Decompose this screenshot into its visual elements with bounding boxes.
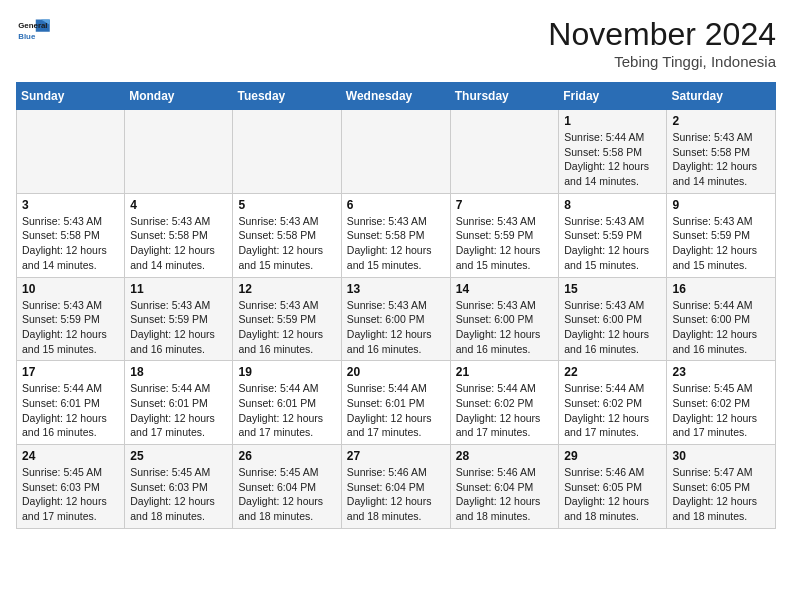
calendar-cell: 13Sunrise: 5:43 AM Sunset: 6:00 PM Dayli… [341,277,450,361]
calendar-cell: 1Sunrise: 5:44 AM Sunset: 5:58 PM Daylig… [559,110,667,194]
day-number: 22 [564,365,661,379]
day-info: Sunrise: 5:44 AM Sunset: 6:02 PM Dayligh… [456,381,554,440]
day-info: Sunrise: 5:44 AM Sunset: 5:58 PM Dayligh… [564,130,661,189]
weekday-header-tuesday: Tuesday [233,83,341,110]
day-info: Sunrise: 5:43 AM Sunset: 5:59 PM Dayligh… [238,298,335,357]
day-number: 13 [347,282,445,296]
calendar-cell [450,110,559,194]
day-info: Sunrise: 5:43 AM Sunset: 5:59 PM Dayligh… [130,298,227,357]
day-number: 25 [130,449,227,463]
calendar-cell [17,110,125,194]
day-number: 15 [564,282,661,296]
day-info: Sunrise: 5:45 AM Sunset: 6:03 PM Dayligh… [130,465,227,524]
day-info: Sunrise: 5:44 AM Sunset: 6:01 PM Dayligh… [22,381,119,440]
day-number: 2 [672,114,770,128]
day-info: Sunrise: 5:46 AM Sunset: 6:05 PM Dayligh… [564,465,661,524]
calendar-cell: 21Sunrise: 5:44 AM Sunset: 6:02 PM Dayli… [450,361,559,445]
day-info: Sunrise: 5:43 AM Sunset: 5:59 PM Dayligh… [672,214,770,273]
calendar-cell: 20Sunrise: 5:44 AM Sunset: 6:01 PM Dayli… [341,361,450,445]
logo-icon: General Blue [16,16,52,44]
svg-text:Blue: Blue [18,32,36,41]
day-info: Sunrise: 5:44 AM Sunset: 6:01 PM Dayligh… [238,381,335,440]
day-number: 11 [130,282,227,296]
day-number: 26 [238,449,335,463]
calendar-cell: 9Sunrise: 5:43 AM Sunset: 5:59 PM Daylig… [667,193,776,277]
day-info: Sunrise: 5:47 AM Sunset: 6:05 PM Dayligh… [672,465,770,524]
day-info: Sunrise: 5:45 AM Sunset: 6:04 PM Dayligh… [238,465,335,524]
day-info: Sunrise: 5:46 AM Sunset: 6:04 PM Dayligh… [456,465,554,524]
calendar-cell: 24Sunrise: 5:45 AM Sunset: 6:03 PM Dayli… [17,445,125,529]
svg-text:General: General [18,21,47,30]
day-number: 18 [130,365,227,379]
calendar-cell: 5Sunrise: 5:43 AM Sunset: 5:58 PM Daylig… [233,193,341,277]
day-info: Sunrise: 5:43 AM Sunset: 5:59 PM Dayligh… [456,214,554,273]
calendar-cell: 18Sunrise: 5:44 AM Sunset: 6:01 PM Dayli… [125,361,233,445]
day-info: Sunrise: 5:43 AM Sunset: 6:00 PM Dayligh… [456,298,554,357]
calendar-cell: 22Sunrise: 5:44 AM Sunset: 6:02 PM Dayli… [559,361,667,445]
calendar-cell: 15Sunrise: 5:43 AM Sunset: 6:00 PM Dayli… [559,277,667,361]
weekday-header-friday: Friday [559,83,667,110]
calendar-cell: 3Sunrise: 5:43 AM Sunset: 5:58 PM Daylig… [17,193,125,277]
day-number: 7 [456,198,554,212]
weekday-header-row: SundayMondayTuesdayWednesdayThursdayFrid… [17,83,776,110]
weekday-header-wednesday: Wednesday [341,83,450,110]
day-number: 12 [238,282,335,296]
day-info: Sunrise: 5:43 AM Sunset: 5:59 PM Dayligh… [564,214,661,273]
day-info: Sunrise: 5:43 AM Sunset: 5:58 PM Dayligh… [238,214,335,273]
calendar-cell: 28Sunrise: 5:46 AM Sunset: 6:04 PM Dayli… [450,445,559,529]
weekday-header-sunday: Sunday [17,83,125,110]
day-info: Sunrise: 5:45 AM Sunset: 6:02 PM Dayligh… [672,381,770,440]
day-number: 21 [456,365,554,379]
day-number: 24 [22,449,119,463]
calendar-cell: 19Sunrise: 5:44 AM Sunset: 6:01 PM Dayli… [233,361,341,445]
day-number: 9 [672,198,770,212]
calendar-cell: 6Sunrise: 5:43 AM Sunset: 5:58 PM Daylig… [341,193,450,277]
calendar-cell: 23Sunrise: 5:45 AM Sunset: 6:02 PM Dayli… [667,361,776,445]
day-info: Sunrise: 5:45 AM Sunset: 6:03 PM Dayligh… [22,465,119,524]
day-info: Sunrise: 5:43 AM Sunset: 5:58 PM Dayligh… [672,130,770,189]
week-row-5: 24Sunrise: 5:45 AM Sunset: 6:03 PM Dayli… [17,445,776,529]
location: Tebing Tinggi, Indonesia [548,53,776,70]
calendar-cell [341,110,450,194]
logo: General Blue [16,16,52,44]
calendar-cell: 14Sunrise: 5:43 AM Sunset: 6:00 PM Dayli… [450,277,559,361]
week-row-3: 10Sunrise: 5:43 AM Sunset: 5:59 PM Dayli… [17,277,776,361]
day-info: Sunrise: 5:46 AM Sunset: 6:04 PM Dayligh… [347,465,445,524]
calendar-cell: 2Sunrise: 5:43 AM Sunset: 5:58 PM Daylig… [667,110,776,194]
day-number: 4 [130,198,227,212]
week-row-1: 1Sunrise: 5:44 AM Sunset: 5:58 PM Daylig… [17,110,776,194]
title-block: November 2024 Tebing Tinggi, Indonesia [548,16,776,70]
day-info: Sunrise: 5:43 AM Sunset: 5:58 PM Dayligh… [22,214,119,273]
calendar-cell: 8Sunrise: 5:43 AM Sunset: 5:59 PM Daylig… [559,193,667,277]
calendar-cell: 11Sunrise: 5:43 AM Sunset: 5:59 PM Dayli… [125,277,233,361]
day-info: Sunrise: 5:44 AM Sunset: 6:00 PM Dayligh… [672,298,770,357]
day-number: 23 [672,365,770,379]
calendar-cell: 17Sunrise: 5:44 AM Sunset: 6:01 PM Dayli… [17,361,125,445]
calendar-cell: 27Sunrise: 5:46 AM Sunset: 6:04 PM Dayli… [341,445,450,529]
weekday-header-thursday: Thursday [450,83,559,110]
calendar-cell: 30Sunrise: 5:47 AM Sunset: 6:05 PM Dayli… [667,445,776,529]
calendar-cell: 12Sunrise: 5:43 AM Sunset: 5:59 PM Dayli… [233,277,341,361]
day-info: Sunrise: 5:43 AM Sunset: 6:00 PM Dayligh… [347,298,445,357]
month-title: November 2024 [548,16,776,53]
day-number: 3 [22,198,119,212]
day-info: Sunrise: 5:43 AM Sunset: 6:00 PM Dayligh… [564,298,661,357]
day-info: Sunrise: 5:44 AM Sunset: 6:01 PM Dayligh… [347,381,445,440]
day-number: 20 [347,365,445,379]
calendar-cell: 26Sunrise: 5:45 AM Sunset: 6:04 PM Dayli… [233,445,341,529]
day-info: Sunrise: 5:43 AM Sunset: 5:59 PM Dayligh… [22,298,119,357]
day-number: 5 [238,198,335,212]
day-info: Sunrise: 5:44 AM Sunset: 6:01 PM Dayligh… [130,381,227,440]
weekday-header-monday: Monday [125,83,233,110]
day-number: 28 [456,449,554,463]
calendar-cell: 29Sunrise: 5:46 AM Sunset: 6:05 PM Dayli… [559,445,667,529]
day-number: 19 [238,365,335,379]
day-number: 1 [564,114,661,128]
calendar-table: SundayMondayTuesdayWednesdayThursdayFrid… [16,82,776,529]
calendar-cell [125,110,233,194]
calendar-cell: 4Sunrise: 5:43 AM Sunset: 5:58 PM Daylig… [125,193,233,277]
day-number: 27 [347,449,445,463]
week-row-4: 17Sunrise: 5:44 AM Sunset: 6:01 PM Dayli… [17,361,776,445]
calendar-cell [233,110,341,194]
calendar-cell: 16Sunrise: 5:44 AM Sunset: 6:00 PM Dayli… [667,277,776,361]
